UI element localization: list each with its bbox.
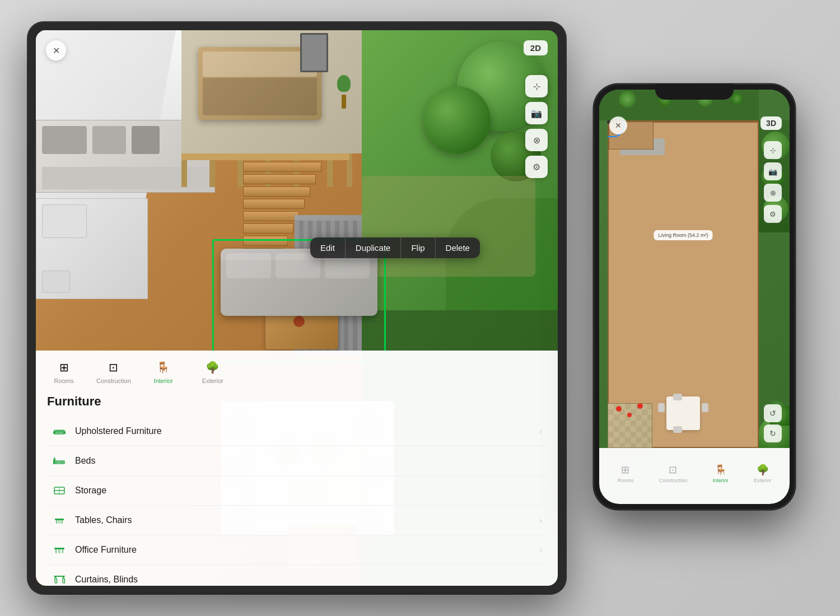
upholstered-icon: [52, 423, 67, 439]
coffee-table: [265, 310, 338, 349]
wall-picture: [300, 33, 328, 72]
stair-3: [243, 186, 310, 197]
upholstered-chevron: ›: [539, 427, 542, 436]
toolbar-camera-icon[interactable]: 📷: [525, 102, 548, 124]
category-tabs: ⊞ Rooms ⊡ Construction 🪑 Interior 🌳 Exte…: [47, 360, 547, 384]
phone-settings-icon[interactable]: ⚙: [764, 205, 782, 223]
svg-rect-21: [54, 576, 65, 577]
tab-construction-label: Construction: [96, 377, 131, 384]
context-delete[interactable]: Delete: [435, 237, 480, 258]
svg-point-12: [59, 492, 60, 493]
phone-tab-rooms[interactable]: ⊞ Rooms: [618, 464, 634, 483]
phone-screen: Living Room (54.2 m²): [599, 90, 790, 504]
svg-rect-20: [58, 549, 60, 553]
furniture-list: Upholstered Furniture ›: [47, 417, 547, 586]
phone-right-toolbar: ⊹ 📷 ⊗ ⚙: [764, 141, 782, 223]
room-label: Living Room (54.2 m²): [654, 230, 712, 240]
phone-layers-icon[interactable]: ⊗: [764, 184, 782, 202]
furniture-item-curtains[interactable]: Curtains, Blinds: [47, 565, 547, 586]
curtains-label: Curtains, Blinds: [75, 575, 542, 585]
phone-interior-label: Interior: [713, 478, 729, 483]
tab-exterior-label: Exterior: [202, 377, 223, 384]
fp-chair-top: [673, 394, 682, 400]
fp-tree-t1: [619, 91, 636, 108]
tab-interior[interactable]: 🪑 Interior: [147, 360, 180, 384]
phone-construction-icon: ⊡: [669, 464, 677, 476]
storage-label: Storage: [75, 486, 542, 496]
tables-chairs-icon: [52, 512, 67, 528]
svg-rect-13: [55, 519, 64, 520]
scene-container: Edit Duplicate Flip Delete ✕ 2D ⊹ 📷 ⊗ ⚙: [0, 0, 840, 616]
phone-view-toggle[interactable]: 3D: [760, 116, 782, 130]
furniture-item-storage[interactable]: Storage: [47, 476, 547, 506]
tab-rooms-label: Rooms: [54, 377, 74, 384]
toilet: [42, 270, 70, 293]
exterior-icon: 🌳: [205, 360, 221, 375]
sofa: [221, 249, 377, 316]
fp-dining-table: [666, 396, 700, 430]
plant: [337, 75, 351, 109]
toolbar-layers-icon[interactable]: ⊗: [525, 129, 548, 151]
stair-6: [243, 223, 293, 234]
stair-5: [243, 211, 299, 221]
furniture-item-tables-chairs[interactable]: Tables, Chairs ›: [47, 506, 547, 535]
stair-2: [243, 174, 316, 184]
tables-chairs-label: Tables, Chairs: [75, 515, 539, 525]
svg-rect-15: [62, 520, 63, 524]
tab-construction[interactable]: ⊡ Construction: [96, 360, 131, 384]
storage-icon: [52, 483, 67, 498]
appliance-1: [42, 126, 87, 154]
svg-rect-19: [62, 549, 63, 553]
fp-flower-2: [627, 413, 632, 417]
floor-main-2d: Living Room (54.2 m²): [608, 120, 759, 448]
phone-expand-icon[interactable]: ⊹: [764, 141, 782, 159]
phone-redo-button[interactable]: ↻: [764, 424, 782, 442]
bathtub: [42, 204, 87, 238]
svg-rect-6: [59, 460, 65, 464]
furniture-section-title: Furniture: [47, 394, 547, 409]
phone-tab-interior[interactable]: 🪑 Interior: [713, 464, 729, 483]
context-menu: Edit Duplicate Flip Delete: [310, 237, 480, 258]
beds-icon: [52, 453, 67, 469]
beds-label: Beds: [75, 456, 542, 466]
phone-exterior-icon: 🌳: [757, 464, 769, 476]
furniture-item-beds[interactable]: Beds: [47, 446, 547, 476]
stair-7: [243, 236, 288, 246]
phone-tab-exterior[interactable]: 🌳 Exterior: [754, 464, 771, 483]
furniture-item-upholstered[interactable]: Upholstered Furniture ›: [47, 417, 547, 446]
phone-close-button[interactable]: ✕: [609, 116, 627, 134]
bed-blanket: [203, 78, 317, 115]
svg-rect-18: [55, 549, 57, 553]
tablet-close-button[interactable]: ✕: [46, 40, 66, 60]
phone-exterior-label: Exterior: [754, 478, 771, 483]
phone-undo-button[interactable]: ↺: [764, 404, 782, 422]
fp-patio: [608, 403, 652, 448]
appliance-2: [92, 126, 126, 154]
tab-rooms[interactable]: ⊞ Rooms: [47, 360, 81, 384]
fp-corner-tl: [599, 90, 608, 120]
context-duplicate[interactable]: Duplicate: [345, 237, 401, 258]
toolbar-settings-icon[interactable]: ⚙: [525, 156, 548, 178]
appliance-3: [132, 126, 160, 154]
office-icon: [52, 542, 67, 558]
phone-tab-construction[interactable]: ⊡ Construction: [659, 464, 688, 483]
upholstered-label: Upholstered Furniture: [75, 426, 539, 436]
phone-notch: [655, 84, 734, 100]
furniture-item-office[interactable]: Office Furniture ›: [47, 535, 547, 565]
tab-exterior[interactable]: 🌳 Exterior: [196, 360, 230, 384]
context-edit[interactable]: Edit: [310, 237, 345, 258]
svg-rect-17: [54, 548, 64, 549]
fp-tree-t4: [731, 92, 743, 105]
phone-undo-redo: ↺ ↻: [764, 404, 782, 442]
toolbar-expand-icon[interactable]: ⊹: [525, 75, 548, 97]
fp-chair-left: [658, 403, 665, 412]
phone-rooms-label: Rooms: [618, 478, 634, 483]
tablet-screen: Edit Duplicate Flip Delete ✕ 2D ⊹ 📷 ⊗ ⚙: [36, 30, 558, 586]
tablet-bottom-panel: ⊞ Rooms ⊡ Construction 🪑 Interior 🌳 Exte…: [36, 351, 558, 586]
bathroom: [36, 198, 148, 299]
table-item: [293, 316, 305, 327]
context-flip[interactable]: Flip: [400, 237, 435, 258]
phone-camera-icon[interactable]: 📷: [764, 162, 782, 180]
tablet-view-toggle[interactable]: 2D: [524, 40, 548, 55]
fp-flower-1: [616, 406, 622, 412]
